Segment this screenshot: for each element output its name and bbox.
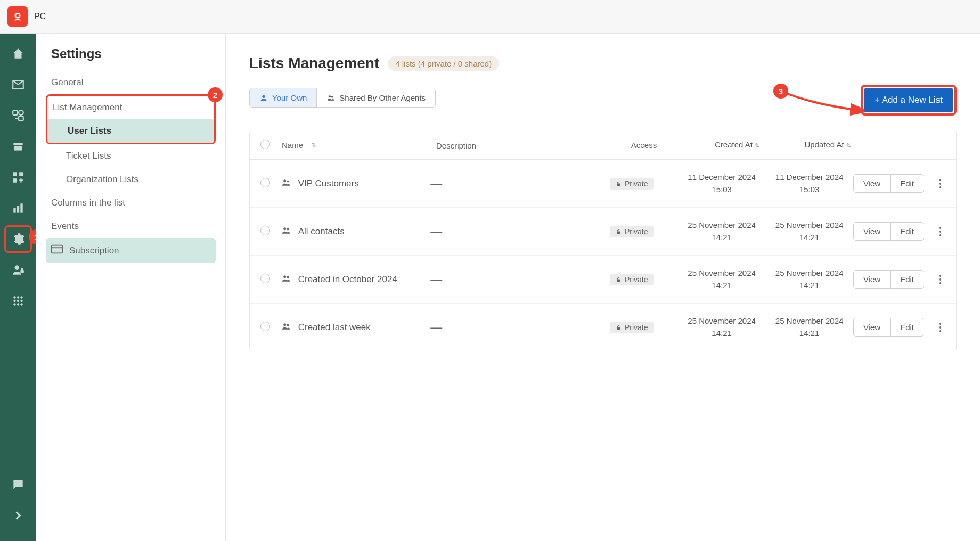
more-menu[interactable] <box>939 179 941 188</box>
rail-settings[interactable] <box>5 226 31 252</box>
sort-icon[interactable]: ⇅ <box>846 141 851 150</box>
access-badge: Private <box>610 322 654 333</box>
select-all-checkbox[interactable] <box>260 140 270 149</box>
svg-point-32 <box>283 227 286 230</box>
svg-rect-14 <box>20 270 24 273</box>
settings-events[interactable]: Events <box>46 215 216 238</box>
rail-home[interactable] <box>5 41 31 67</box>
rail-chat[interactable] <box>5 472 31 497</box>
svg-rect-2 <box>13 110 18 115</box>
svg-point-26 <box>262 95 265 97</box>
svg-point-22 <box>17 303 19 305</box>
svg-point-18 <box>13 300 15 302</box>
view-button[interactable]: View <box>853 318 890 337</box>
settings-title: Settings <box>46 46 216 61</box>
people-icon <box>281 226 292 236</box>
svg-point-19 <box>17 300 19 302</box>
svg-point-13 <box>15 265 20 270</box>
rail-mail[interactable] <box>5 72 31 97</box>
rail-analytics[interactable] <box>5 195 31 221</box>
row-checkbox[interactable] <box>260 178 270 187</box>
updated-at: 25 November 202414:21 <box>765 315 853 339</box>
svg-rect-31 <box>617 183 620 186</box>
col-access[interactable]: Access <box>631 141 657 150</box>
svg-point-16 <box>17 296 19 298</box>
table-row: Created last week — Private 25 November … <box>250 304 956 351</box>
add-new-list-button[interactable]: + Add a New List <box>864 88 953 112</box>
list-description: — <box>430 273 585 286</box>
updated-at: 25 November 202414:21 <box>765 219 853 243</box>
col-description[interactable]: Description <box>436 141 476 150</box>
updated-at: 25 November 202414:21 <box>765 267 853 291</box>
row-checkbox[interactable] <box>260 274 270 283</box>
annotation-box-2: 2 List Management User Lists <box>46 94 216 144</box>
list-description: — <box>430 321 585 334</box>
settings-ticket-lists[interactable]: Ticket Lists <box>46 144 216 168</box>
list-name: Created last week <box>298 322 371 333</box>
rail-widgets[interactable] <box>5 165 31 190</box>
view-button[interactable]: View <box>853 270 890 289</box>
settings-subscription[interactable]: Subscription <box>46 238 216 263</box>
list-count-badge: 4 lists (4 private / 0 shared) <box>388 56 499 71</box>
settings-organization-lists[interactable]: Organization Lists <box>46 168 216 191</box>
sort-icon[interactable]: ⇅ <box>312 142 316 149</box>
rail-user-lock[interactable] <box>5 257 31 283</box>
created-at: 25 November 202414:21 <box>678 267 766 291</box>
settings-general[interactable]: General <box>46 71 216 94</box>
tab-row: Your Own Shared By Other Agents 3 + Add … <box>249 88 957 108</box>
rail-apps[interactable] <box>5 288 31 314</box>
tab-shared[interactable]: Shared By Other Agents <box>317 88 435 107</box>
people-icon <box>281 178 292 188</box>
list-description: — <box>430 177 585 191</box>
edit-button[interactable]: Edit <box>890 222 924 241</box>
list-name: All contacts <box>298 226 345 237</box>
svg-rect-7 <box>13 172 17 176</box>
tab-group: Your Own Shared By Other Agents <box>249 88 436 108</box>
rail-archive[interactable] <box>5 134 31 159</box>
annotation-arrow <box>782 90 872 117</box>
svg-rect-37 <box>617 279 620 282</box>
settings-columns[interactable]: Columns in the list <box>46 191 216 215</box>
view-button[interactable]: View <box>853 174 890 193</box>
more-menu[interactable] <box>939 323 941 332</box>
settings-list-management[interactable]: List Management <box>47 96 214 119</box>
sort-icon[interactable]: ⇅ <box>755 141 760 150</box>
svg-rect-5 <box>13 143 22 145</box>
list-name: VIP Customers <box>298 178 359 189</box>
more-menu[interactable] <box>939 275 941 284</box>
svg-rect-40 <box>617 327 620 330</box>
more-menu[interactable] <box>939 227 941 236</box>
row-checkbox[interactable] <box>260 226 270 235</box>
table-row: Created in October 2024 — Private 25 Nov… <box>250 256 956 304</box>
settings-sidebar: Settings General 2 List Management User … <box>36 34 226 541</box>
svg-point-35 <box>283 275 286 278</box>
table-header: Name⇅ Description Access Created At⇅ Upd… <box>250 130 956 160</box>
settings-user-lists[interactable]: User Lists <box>47 119 214 143</box>
created-at: 11 December 202415:03 <box>678 171 766 195</box>
people-icon <box>281 274 292 284</box>
edit-button[interactable]: Edit <box>890 174 924 193</box>
svg-rect-10 <box>13 208 15 213</box>
row-checkbox[interactable] <box>260 322 270 331</box>
main-content: Lists Management 4 lists (4 private / 0 … <box>226 34 980 541</box>
rail-workflow[interactable] <box>5 103 31 128</box>
top-bar: PC <box>0 0 980 34</box>
access-badge: Private <box>610 226 654 237</box>
rail-expand[interactable] <box>5 503 31 528</box>
edit-button[interactable]: Edit <box>890 318 924 337</box>
col-updated[interactable]: Updated At <box>804 140 844 149</box>
subscription-label: Subscription <box>69 245 119 256</box>
access-badge: Private <box>610 178 654 190</box>
tab-shared-label: Shared By Other Agents <box>339 93 426 102</box>
edit-button[interactable]: Edit <box>890 270 924 289</box>
col-name[interactable]: Name <box>282 141 303 150</box>
tab-your-own[interactable]: Your Own <box>250 88 317 107</box>
svg-point-15 <box>13 296 15 298</box>
view-button[interactable]: View <box>853 222 890 241</box>
svg-rect-8 <box>19 172 23 176</box>
access-badge: Private <box>610 274 654 285</box>
svg-point-21 <box>13 303 15 305</box>
svg-point-1 <box>16 14 19 17</box>
page-header: Lists Management 4 lists (4 private / 0 … <box>249 55 957 72</box>
col-created[interactable]: Created At <box>715 140 753 149</box>
